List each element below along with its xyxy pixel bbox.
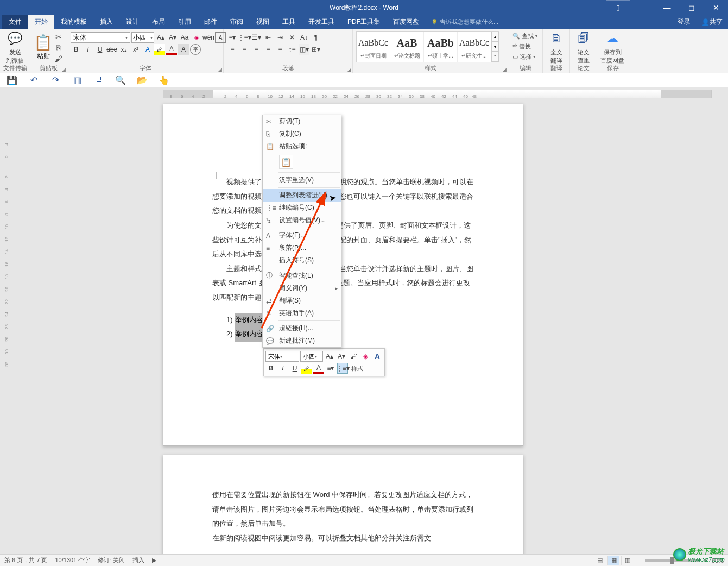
ctx-new-comment[interactable]: 💬新建批注(M) <box>263 335 341 347</box>
ctx-smart-lookup[interactable]: ⓘ智能查找(L) <box>263 269 341 282</box>
mini-clear-icon[interactable]: ◈ <box>360 351 371 362</box>
mini-bold-button[interactable]: B <box>265 363 276 374</box>
multilevel-list-icon[interactable]: ☰▾ <box>251 32 262 43</box>
tab-design[interactable]: 设计 <box>119 15 145 29</box>
highlight-icon[interactable]: 🖊 <box>154 44 165 55</box>
shrink-font-icon[interactable]: A▾ <box>167 32 178 43</box>
tab-review[interactable]: 审阅 <box>224 15 250 29</box>
close-button[interactable]: ✕ <box>704 0 728 15</box>
tab-pdftools[interactable]: PDF工具集 <box>341 15 387 29</box>
qat-preview-icon[interactable]: 🔍 <box>114 75 127 85</box>
copy-icon[interactable]: ⎘ <box>54 43 64 53</box>
minimize-button[interactable]: — <box>655 0 679 15</box>
strike-button[interactable]: abc <box>106 44 117 55</box>
superscript-button[interactable]: x² <box>130 44 141 55</box>
ctx-cut[interactable]: ✂剪切(T) <box>263 115 341 128</box>
document-page-1[interactable]: 视频提供了功能强大的方法帮助您证明您的观点。当您单击联机视频时，可以在想要添加的… <box>163 104 523 446</box>
find-button[interactable]: 🔍查找▾ <box>511 31 539 41</box>
tab-developer[interactable]: 开发工具 <box>302 15 341 29</box>
bullet-list-icon[interactable]: ≡▾ <box>227 32 238 43</box>
tell-me-search[interactable]: 告诉我您想要做什么... <box>431 15 498 29</box>
mini-styles-icon[interactable]: A <box>372 351 383 362</box>
qat-new-icon[interactable]: ▥ <box>71 75 84 85</box>
tab-home[interactable]: 开始 <box>28 15 54 29</box>
replace-button[interactable]: ᵃᵇ替换 <box>511 41 539 51</box>
number-list-icon[interactable]: ⋮≡▾ <box>239 32 250 43</box>
zoom-out-icon[interactable]: − <box>637 557 641 564</box>
tab-view[interactable]: 视图 <box>250 15 276 29</box>
align-right-icon[interactable]: ≡ <box>251 44 262 55</box>
body-paragraph[interactable]: 使用在需要位置出现的新按钮在 Word 中保存时间。若要更改图片适应文档的方式，… <box>212 488 474 531</box>
italic-button[interactable]: I <box>83 44 93 55</box>
maximize-button[interactable]: ◻ <box>679 0 704 15</box>
style-item-0[interactable]: AaBbCc↵封面日期 <box>357 32 390 62</box>
style-item-3[interactable]: AaBbCc↵研究生... <box>458 32 491 62</box>
ctx-hyperlink[interactable]: 🔗超链接(H)... <box>263 322 341 335</box>
clear-format-icon[interactable]: ◈ <box>191 32 202 43</box>
ctx-insert-symbol[interactable]: 插入符号(S) <box>263 254 341 267</box>
body-paragraph[interactable]: 视频提供了功能强大的方法帮助您证明您的观点。当您单击联机视频时，可以在想要添加的… <box>212 175 474 218</box>
mini-font-select[interactable]: 宋体 ▾ <box>265 351 299 362</box>
tab-mytemplate[interactable]: 我的模板 <box>54 15 93 29</box>
save-cloud-button[interactable]: ☁保存到 百度网盘 <box>600 30 624 65</box>
mini-bullets-icon[interactable]: ≡▾ <box>325 363 336 374</box>
paste-button[interactable]: 📋粘贴 <box>34 30 53 65</box>
decrease-indent-icon[interactable]: ⇤ <box>263 32 274 43</box>
body-paragraph[interactable]: 为使您的文档具有专业外观，Word 提供了页眉、页脚、封面和文本框设计，这些设计… <box>212 218 474 262</box>
styles-down-icon[interactable]: ▾ <box>491 42 499 52</box>
style-item-2[interactable]: AaBb↵硕士学... <box>424 32 458 62</box>
ctx-set-numbering[interactable]: ¹₂设置编号值(V)... <box>263 214 341 227</box>
mini-grow-font-icon[interactable]: A▴ <box>324 351 335 362</box>
show-marks-icon[interactable]: ¶ <box>311 32 321 43</box>
select-button[interactable]: ▭选择▾ <box>511 52 539 61</box>
tab-layout[interactable]: 布局 <box>145 15 172 29</box>
line-spacing-icon[interactable]: ↕≡ <box>287 44 297 55</box>
tab-mailings[interactable]: 邮件 <box>198 15 224 29</box>
mini-shrink-font-icon[interactable]: A▾ <box>336 351 347 362</box>
body-paragraph[interactable]: 主题和样式也有助于文档保持协调。当您单击设计并选择新的主题时，图片、图表或 Sm… <box>212 262 474 305</box>
ribbon-display-options[interactable]: ▯ <box>606 0 630 15</box>
styles-up-icon[interactable]: ▴ <box>491 32 499 42</box>
qat-save-icon[interactable]: 💾 <box>5 75 18 85</box>
login-button[interactable]: 登录 <box>672 15 696 29</box>
ctx-synonyms[interactable]: 同义词(Y) <box>263 282 341 294</box>
status-page[interactable]: 第 6 页，共 7 页 <box>4 556 47 564</box>
mini-font-color-icon[interactable]: A <box>313 363 324 374</box>
qat-redo-icon[interactable]: ↷ <box>49 75 62 85</box>
styles-more-icon[interactable]: ⁼ <box>491 52 499 62</box>
shading-icon[interactable]: ◫▾ <box>299 44 309 55</box>
align-center-icon[interactable]: ≡ <box>239 44 250 55</box>
mini-styles-label[interactable]: 样式 <box>349 364 363 373</box>
paste-option-keep-source[interactable]: 📋 <box>279 155 293 169</box>
qat-open-icon[interactable]: 📂 <box>136 75 149 85</box>
send-wechat-button[interactable]: 💬发送 到微信 <box>3 30 27 65</box>
mini-highlight-icon[interactable]: 🖊 <box>301 363 312 374</box>
ctx-hanzi[interactable]: 汉字重选(V) <box>263 174 341 186</box>
borders-icon[interactable]: ⊞▾ <box>311 44 321 55</box>
status-track[interactable]: 修订: 关闭 <box>98 556 125 564</box>
qat-touch-icon[interactable]: 👆 <box>157 75 170 85</box>
ctx-copy[interactable]: ⎘复制(C) <box>263 128 341 140</box>
align-justify-icon[interactable]: ≡ <box>263 44 274 55</box>
horizontal-ruler[interactable]: 8642 24681012141618202224262830323436384… <box>163 90 712 98</box>
translate-button[interactable]: 🗎全文 翻译 <box>546 30 566 65</box>
font-color-icon[interactable]: A <box>166 44 177 55</box>
status-wordcount[interactable]: 10/1301 个字 <box>55 556 90 564</box>
vertical-ruler[interactable]: 42 2468101214161820222426283032 <box>0 87 13 554</box>
char-shading-icon[interactable]: A <box>178 44 189 55</box>
qat-undo-icon[interactable]: ↶ <box>27 75 40 85</box>
body-paragraph[interactable]: 在新的阅读视图中阅读更加容易。可以折叠文档其他部分并关注所需文 <box>212 531 474 546</box>
mini-size-select[interactable]: 小四 ▾ <box>300 351 323 362</box>
style-item-1[interactable]: AaB↵论文标题 <box>390 32 424 62</box>
phonetic-icon[interactable]: wén <box>203 32 214 43</box>
asian-layout-icon[interactable]: ✕ <box>287 32 297 43</box>
mini-italic-button[interactable]: I <box>277 363 288 374</box>
mini-format-painter-icon[interactable]: 🖌 <box>348 351 359 362</box>
tab-file[interactable]: 文件 <box>2 15 28 29</box>
cut-icon[interactable]: ✂ <box>54 32 64 42</box>
subscript-button[interactable]: x₂ <box>118 44 129 55</box>
tab-baidupan[interactable]: 百度网盘 <box>387 15 426 29</box>
ctx-translate[interactable]: ⇄翻译(S) <box>263 294 341 307</box>
styles-gallery[interactable]: AaBbCc↵封面日期 AaB↵论文标题 AaBb↵硕士学... AaBbCc↵… <box>356 31 499 62</box>
mini-numbering-icon[interactable]: ⋮≡▾ <box>337 363 348 374</box>
